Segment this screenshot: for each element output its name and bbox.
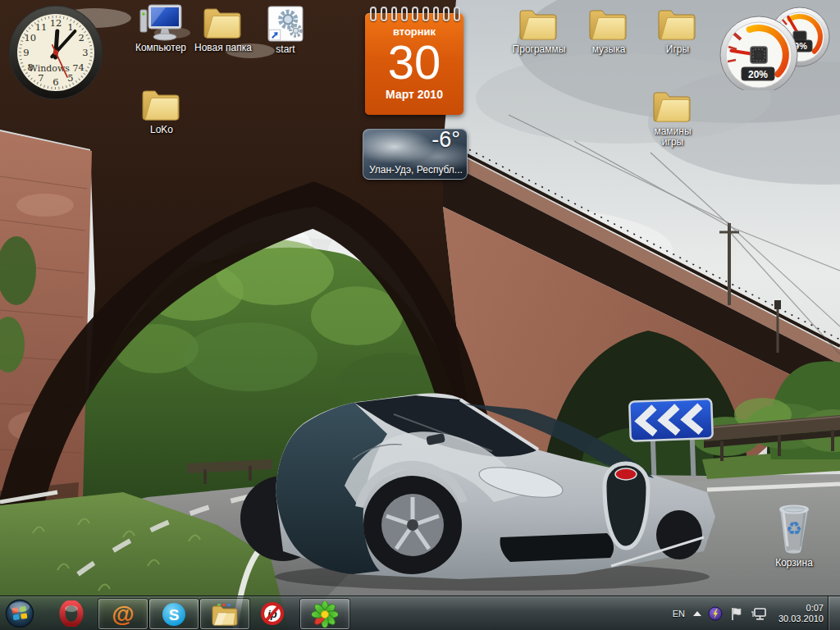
desktop-icon-computer[interactable]: Компьютер bbox=[126, 3, 196, 53]
skype-icon: S bbox=[161, 601, 187, 628]
calendar-month-year: Март 2010 bbox=[365, 88, 463, 101]
icon-label: Корзина bbox=[759, 557, 829, 568]
clock-gadget[interactable]: 12 1 2 3 4 5 6 7 8 9 10 11 Windows 7 bbox=[7, 3, 105, 102]
desktop-icon-recycle-bin[interactable]: ♻ Корзина bbox=[759, 499, 829, 568]
svg-text:5: 5 bbox=[67, 72, 73, 84]
language-indicator[interactable]: EN bbox=[671, 609, 687, 619]
svg-text:6: 6 bbox=[52, 76, 58, 88]
folder-icon bbox=[202, 3, 244, 41]
start-button[interactable] bbox=[2, 599, 37, 628]
svg-text:9: 9 bbox=[23, 47, 29, 58]
opera-icon bbox=[59, 600, 84, 627]
icon-label: музыка bbox=[573, 43, 644, 55]
icon-label: LoKo bbox=[126, 124, 197, 135]
desktop-icon-music[interactable]: музыка bbox=[573, 5, 644, 55]
taskbar: @ S ip bbox=[0, 596, 840, 630]
taskbar-app-ip-blocker[interactable]: ip bbox=[253, 599, 292, 628]
svg-text:7: 7 bbox=[38, 72, 43, 84]
taskbar-app-icq[interactable] bbox=[300, 599, 349, 629]
desktop-icon-loko[interactable]: LoKo bbox=[126, 85, 197, 135]
tray-date: 30.03.2010 bbox=[778, 614, 824, 624]
desktop-icon-moms-games[interactable]: мамины игры bbox=[637, 87, 708, 148]
desktop: 12 1 2 3 4 5 6 7 8 9 10 11 Windows 7 вто… bbox=[0, 0, 840, 630]
windows-orb-icon bbox=[5, 599, 34, 628]
folder-icon bbox=[140, 85, 183, 123]
tray-clock[interactable]: 0:07 30.03.2010 bbox=[775, 603, 824, 624]
tray-time: 0:07 bbox=[778, 603, 824, 614]
explorer-folder-icon bbox=[211, 602, 239, 627]
network-icon[interactable] bbox=[751, 605, 769, 622]
taskbar-app-opera[interactable] bbox=[52, 599, 90, 628]
recycle-glyph: ♻ bbox=[786, 518, 802, 539]
icon-label: Игры bbox=[642, 43, 713, 55]
desktop-icon-start-shortcut[interactable]: start bbox=[250, 5, 321, 55]
folder-icon bbox=[587, 5, 630, 43]
icon-label: start bbox=[250, 43, 321, 55]
icq-flower-icon bbox=[312, 601, 338, 628]
cpu-gauge: 20% bbox=[720, 16, 797, 90]
cpu-meter-gadget[interactable]: 39% 20% bbox=[712, 2, 840, 90]
svg-text:1: 1 bbox=[67, 21, 73, 33]
system-tray: EN 0:07 30.03.2010 bbox=[671, 596, 824, 630]
show-desktop-button[interactable] bbox=[828, 596, 840, 630]
daemon-tools-icon[interactable] bbox=[708, 606, 723, 621]
taskbar-app-mailru-agent[interactable]: @ bbox=[98, 599, 148, 629]
calendar-card: вторник 30 Март 2010 bbox=[365, 13, 463, 115]
cpu-usage-label: 20% bbox=[748, 69, 768, 80]
calendar-spiral-rings bbox=[370, 7, 460, 21]
action-center-flag-icon[interactable] bbox=[729, 605, 744, 622]
at-glyph: @ bbox=[112, 601, 134, 627]
icon-label: Компьютер bbox=[126, 42, 196, 53]
calendar-day: 30 bbox=[365, 39, 463, 86]
no-ip-icon: ip bbox=[260, 601, 285, 626]
weather-gadget[interactable]: -6° Улан-Удэ, Республ... bbox=[363, 129, 468, 180]
icon-label-line2: игры bbox=[637, 136, 708, 148]
folder-icon bbox=[651, 87, 694, 125]
svg-text:3: 3 bbox=[82, 47, 88, 58]
taskbar-app-skype[interactable]: S bbox=[149, 599, 199, 629]
weather-location: Улан-Удэ, Республ... bbox=[369, 164, 463, 176]
folder-icon bbox=[656, 5, 699, 43]
computer-icon bbox=[139, 3, 183, 41]
show-hidden-icons-button[interactable] bbox=[693, 611, 701, 616]
weather-temperature: -6° bbox=[431, 127, 460, 153]
icon-label: мамины bbox=[637, 126, 708, 137]
gears-shortcut-icon bbox=[267, 5, 304, 43]
recycle-bin-icon: ♻ bbox=[769, 499, 819, 556]
desktop-icon-games[interactable]: Игры bbox=[642, 5, 713, 55]
svg-text:4: 4 bbox=[79, 62, 84, 73]
desktop-icon-new-folder[interactable]: Новая папка bbox=[188, 3, 258, 53]
taskbar-app-explorer[interactable] bbox=[200, 599, 249, 629]
mailru-at-icon: @ bbox=[109, 600, 137, 628]
desktop-icon-programs[interactable]: Программы bbox=[504, 5, 574, 55]
clock-brand-label: Windows 7 bbox=[29, 63, 79, 74]
icon-label: Программы bbox=[504, 43, 574, 55]
svg-text:2: 2 bbox=[79, 32, 84, 43]
skype-s-glyph: S bbox=[169, 606, 180, 623]
folder-icon bbox=[518, 5, 560, 43]
icon-label: Новая папка bbox=[188, 42, 258, 53]
